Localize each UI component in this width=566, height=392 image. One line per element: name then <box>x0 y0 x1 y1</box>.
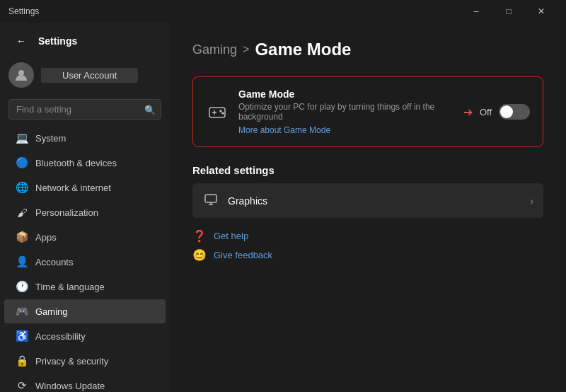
nav-icon-system: 💻 <box>16 132 28 144</box>
gamemode-icon <box>206 100 229 123</box>
arrow-icon: ➔ <box>463 105 473 119</box>
back-button[interactable]: ← <box>11 31 31 51</box>
nav-list: 💻 System 🔵 Bluetooth & devices 🌐 Network… <box>0 125 170 392</box>
chevron-right-icon: › <box>530 195 533 207</box>
help-link-get-help[interactable]: ❓ Get help <box>192 229 543 243</box>
nav-icon-bluetooth: 🔵 <box>16 156 28 169</box>
close-button[interactable]: ✕ <box>525 0 558 23</box>
minimize-button[interactable]: – <box>460 0 492 23</box>
help-icon-get-help: ❓ <box>192 229 207 243</box>
svg-point-5 <box>222 113 224 114</box>
sidebar-item-accounts[interactable]: 👤 Accounts <box>4 250 166 274</box>
search-input[interactable] <box>8 99 161 120</box>
nav-icon-personalization: 🖌 <box>16 206 28 219</box>
nav-label-accounts: Accounts <box>35 257 73 267</box>
game-mode-text: Game Mode Optimize your PC for play by t… <box>238 88 454 135</box>
graphics-icon <box>202 192 219 209</box>
nav-label-system: System <box>35 133 66 144</box>
toggle-knob <box>500 105 513 118</box>
toggle-area: ➔ Off <box>463 104 530 120</box>
sidebar-item-gaming[interactable]: 🎮 Gaming <box>4 299 166 323</box>
game-mode-desc: Optimize your PC for play by turning thi… <box>238 102 454 122</box>
sidebar-header: ← Settings <box>0 23 170 57</box>
breadcrumb-current: Game Mode <box>255 40 351 59</box>
help-icon-give-feedback: 😊 <box>192 248 207 262</box>
graphics-label: Graphics <box>228 195 521 207</box>
nav-icon-privacy: 🔒 <box>16 354 28 367</box>
svg-rect-6 <box>205 195 216 202</box>
sidebar-item-time[interactable]: 🕐 Time & language <box>4 275 166 299</box>
nav-icon-network: 🌐 <box>16 181 28 194</box>
toggle-label: Off <box>480 107 492 117</box>
svg-point-0 <box>18 70 24 76</box>
nav-icon-gaming: 🎮 <box>16 305 28 318</box>
game-mode-title: Game Mode <box>238 88 454 100</box>
maximize-button[interactable]: □ <box>492 0 525 23</box>
nav-label-accessibility: Accessibility <box>35 331 86 342</box>
search-icon: 🔍 <box>144 104 156 115</box>
nav-icon-time: 🕐 <box>16 280 28 293</box>
sidebar-item-network[interactable]: 🌐 Network & internet <box>4 175 166 200</box>
game-mode-link[interactable]: More about Game Mode <box>238 125 330 135</box>
sidebar-item-system[interactable]: 💻 System <box>4 126 166 150</box>
user-name: User Account <box>41 68 138 83</box>
breadcrumb: Gaming > Game Mode <box>192 40 543 59</box>
help-link-give-feedback[interactable]: 😊 Give feedback <box>192 248 543 262</box>
avatar <box>8 62 34 88</box>
content-area: Gaming > Game Mode Game Mode Optimize yo… <box>170 23 566 392</box>
titlebar-title: Settings <box>8 6 460 16</box>
nav-label-apps: Apps <box>35 232 57 243</box>
nav-icon-apps: 📦 <box>16 231 28 243</box>
sidebar-item-apps[interactable]: 📦 Apps <box>4 225 166 249</box>
nav-label-bluetooth: Bluetooth & devices <box>35 158 117 168</box>
nav-label-personalization: Personalization <box>35 207 98 218</box>
sidebar-item-accessibility[interactable]: ♿ Accessibility <box>4 324 166 348</box>
help-label-get-help: Get help <box>214 231 248 241</box>
nav-label-gaming: Gaming <box>35 306 68 317</box>
game-mode-toggle[interactable] <box>499 104 530 120</box>
nav-label-privacy: Privacy & security <box>35 356 108 367</box>
game-mode-card: Game Mode Optimize your PC for play by t… <box>192 76 543 147</box>
user-section[interactable]: User Account <box>0 57 170 96</box>
back-icon: ← <box>16 35 26 47</box>
breadcrumb-sep: > <box>243 43 249 56</box>
help-label-give-feedback: Give feedback <box>214 250 272 260</box>
search-box: 🔍 <box>8 99 161 120</box>
titlebar: Settings – □ ✕ <box>0 0 566 23</box>
nav-icon-windows-update: ⟳ <box>16 379 28 392</box>
svg-point-4 <box>220 110 221 112</box>
app-body: ← Settings User Account 🔍 💻 System 🔵 Blu… <box>0 23 566 392</box>
help-links: ❓ Get help 😊 Give feedback <box>192 229 543 262</box>
sidebar: ← Settings User Account 🔍 💻 System 🔵 Blu… <box>0 23 170 392</box>
sidebar-item-bluetooth[interactable]: 🔵 Bluetooth & devices <box>4 151 166 175</box>
nav-label-network: Network & internet <box>35 183 111 193</box>
sidebar-item-windows-update[interactable]: ⟳ Windows Update <box>4 374 166 392</box>
titlebar-controls: – □ ✕ <box>460 0 558 23</box>
breadcrumb-parent: Gaming <box>192 42 237 57</box>
nav-label-windows-update: Windows Update <box>35 381 105 391</box>
sidebar-item-personalization[interactable]: 🖌 Personalization <box>4 200 166 224</box>
nav-label-time: Time & language <box>35 282 105 292</box>
nav-icon-accounts: 👤 <box>16 255 28 268</box>
nav-icon-accessibility: ♿ <box>16 330 28 342</box>
sidebar-app-title: Settings <box>38 35 77 47</box>
sidebar-item-privacy[interactable]: 🔒 Privacy & security <box>4 349 166 373</box>
graphics-row[interactable]: Graphics › <box>192 183 543 218</box>
related-settings-title: Related settings <box>192 164 543 176</box>
